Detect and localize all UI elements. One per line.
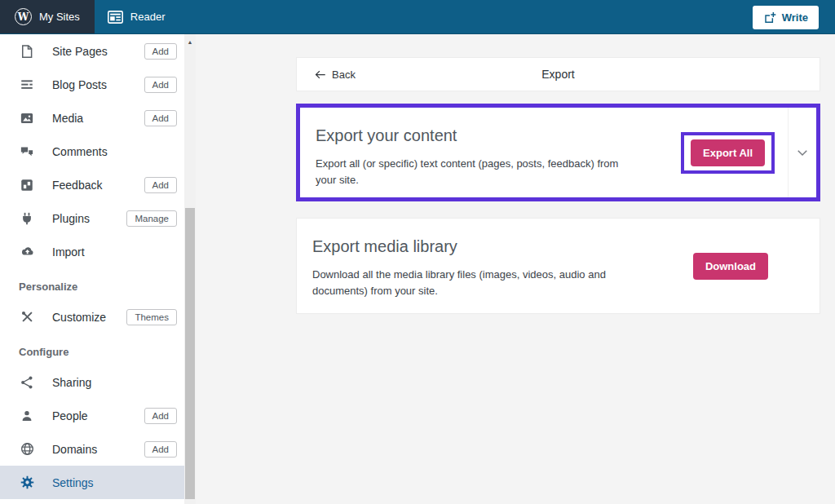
export-media-description: Download all the media library files (im… bbox=[312, 267, 637, 299]
sidebar-item-label: Site Pages bbox=[52, 45, 144, 58]
sidebar-item-plugins[interactable]: Plugins Manage bbox=[0, 201, 184, 235]
sidebar-item-blog-posts[interactable]: Blog Posts Add bbox=[0, 68, 184, 101]
export-content-annotation-box: Export your content Export all (or speci… bbox=[296, 104, 820, 201]
export-media-card: Export media library Download all the me… bbox=[296, 218, 820, 314]
sidebar-item-label: Settings bbox=[52, 476, 177, 489]
write-button[interactable]: Write bbox=[753, 6, 819, 29]
export-content-expand[interactable] bbox=[788, 108, 816, 197]
page-icon bbox=[19, 43, 35, 60]
back-arrow-icon bbox=[314, 69, 326, 81]
chevron-down-icon bbox=[795, 145, 810, 160]
media-icon bbox=[19, 110, 35, 126]
export-content-description: Export all (or specific) text content (p… bbox=[316, 156, 640, 188]
add-blog-post-button[interactable]: Add bbox=[144, 77, 177, 93]
share-icon bbox=[19, 374, 35, 391]
gear-icon bbox=[19, 475, 35, 491]
sidebar-item-label: Media bbox=[52, 112, 144, 125]
globe-icon bbox=[19, 441, 35, 458]
comments-icon bbox=[19, 144, 35, 160]
add-site-page-button[interactable]: Add bbox=[144, 43, 177, 60]
reader-icon bbox=[108, 11, 123, 24]
reader-label: Reader bbox=[130, 11, 166, 23]
sidebar-item-import[interactable]: Import bbox=[0, 235, 184, 268]
sidebar-item-domains[interactable]: Domains Add bbox=[0, 432, 184, 466]
add-domain-button[interactable]: Add bbox=[144, 441, 177, 458]
person-icon bbox=[19, 408, 35, 424]
sidebar-item-feedback[interactable]: Feedback Add bbox=[0, 168, 184, 201]
sidebar-item-settings[interactable]: Settings bbox=[0, 466, 184, 499]
export-page-header: Back Export bbox=[296, 57, 820, 91]
sidebar-item-label: Import bbox=[52, 245, 177, 259]
page-title: Export bbox=[297, 68, 820, 81]
sidebar-item-label: Domains bbox=[52, 443, 144, 456]
add-people-button[interactable]: Add bbox=[144, 408, 177, 424]
export-content-actions: Export All bbox=[681, 108, 816, 197]
sidebar-item-site-pages[interactable]: Site Pages Add bbox=[0, 34, 184, 68]
sidebar-item-customize[interactable]: Customize Themes bbox=[0, 300, 184, 334]
sidebar-item-people[interactable]: People Add bbox=[0, 399, 184, 432]
sidebar-item-label: Plugins bbox=[52, 212, 126, 225]
export-content-text: Export your content Export all (or speci… bbox=[300, 108, 681, 197]
sidebar-section-configure: Configure bbox=[0, 334, 184, 365]
export-content-card: Export your content Export all (or speci… bbox=[300, 108, 816, 197]
my-sites-label: My Sites bbox=[39, 11, 80, 23]
export-media-actions: Download bbox=[693, 219, 820, 313]
tab-my-sites[interactable]: W My Sites bbox=[0, 0, 95, 33]
sidebar-scrollbar[interactable]: ▲ bbox=[184, 34, 196, 504]
feedback-icon bbox=[19, 177, 35, 193]
sidebar-item-media[interactable]: Media Add bbox=[0, 101, 184, 135]
sidebar-item-sharing[interactable]: Sharing bbox=[0, 365, 184, 399]
sidebar-item-label: Feedback bbox=[52, 179, 144, 192]
sidebar-item-label: Blog Posts bbox=[52, 78, 144, 91]
wordpress-logo-icon: W bbox=[15, 8, 32, 25]
scrollbar-up-arrow[interactable]: ▲ bbox=[184, 37, 196, 46]
main-content: Back Export Export your content Export a… bbox=[196, 34, 835, 504]
customize-tools-icon bbox=[19, 309, 35, 325]
back-button[interactable]: Back bbox=[297, 69, 356, 81]
export-all-annotation-box: Export All bbox=[681, 132, 775, 174]
sidebar: Site Pages Add Blog Posts Add bbox=[0, 34, 184, 504]
masthead: W My Sites Reader Wri bbox=[0, 0, 835, 34]
posts-icon bbox=[19, 77, 35, 93]
add-media-button[interactable]: Add bbox=[144, 110, 177, 126]
cloud-upload-icon bbox=[19, 244, 35, 260]
sidebar-item-label: Comments bbox=[52, 145, 177, 158]
manage-plugins-button[interactable]: Manage bbox=[126, 210, 177, 227]
add-feedback-button[interactable]: Add bbox=[144, 177, 177, 193]
plugin-icon bbox=[19, 210, 35, 227]
create-post-icon bbox=[763, 11, 776, 24]
export-content-title: Export your content bbox=[316, 126, 673, 145]
sidebar-item-label: Customize bbox=[52, 311, 126, 324]
back-label: Back bbox=[332, 69, 356, 81]
themes-button[interactable]: Themes bbox=[126, 309, 177, 325]
export-all-button[interactable]: Export All bbox=[691, 139, 765, 166]
export-media-title: Export media library bbox=[312, 237, 685, 256]
sidebar-item-comments[interactable]: Comments bbox=[0, 135, 184, 168]
sidebar-section-personalize: Personalize bbox=[0, 268, 184, 300]
sidebar-item-label: People bbox=[52, 409, 144, 422]
export-media-text: Export media library Download all the me… bbox=[297, 219, 693, 313]
download-button[interactable]: Download bbox=[693, 253, 768, 280]
sidebar-item-label: Sharing bbox=[52, 376, 177, 389]
tab-reader[interactable]: Reader bbox=[95, 0, 179, 33]
write-label: Write bbox=[782, 11, 808, 24]
wordpress-admin: W My Sites Reader Wri bbox=[0, 0, 835, 504]
scrollbar-thumb[interactable] bbox=[185, 208, 195, 499]
